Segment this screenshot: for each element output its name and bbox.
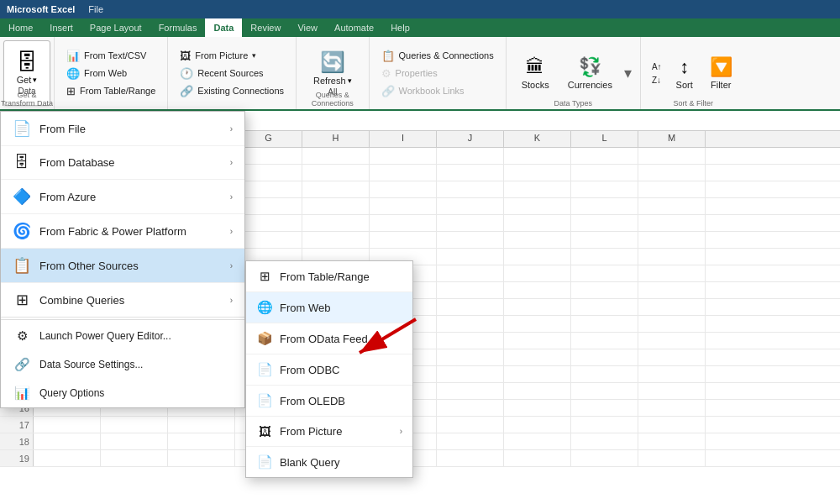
table-cell[interactable] xyxy=(638,400,706,416)
table-cell[interactable] xyxy=(638,148,706,164)
table-cell[interactable] xyxy=(437,232,504,248)
table-cell[interactable] xyxy=(437,299,504,315)
table-cell[interactable] xyxy=(571,383,638,399)
table-cell[interactable] xyxy=(571,265,638,281)
sub-from-odata[interactable]: 📦 From OData Feed xyxy=(246,323,412,354)
tab-insert[interactable]: Insert xyxy=(41,18,81,37)
tab-home[interactable]: Home xyxy=(0,18,41,37)
table-cell[interactable] xyxy=(638,366,706,382)
table-cell[interactable] xyxy=(437,433,504,449)
sub-from-web[interactable]: 🌐 From Web xyxy=(246,292,412,323)
table-cell[interactable] xyxy=(638,232,706,248)
table-cell[interactable] xyxy=(504,198,571,214)
table-cell[interactable] xyxy=(571,450,638,466)
table-cell[interactable] xyxy=(302,165,370,181)
tab-formulas[interactable]: Formulas xyxy=(150,18,206,37)
from-table-button[interactable]: ⊞ From Table/Range xyxy=(61,83,160,99)
table-cell[interactable] xyxy=(437,333,504,349)
table-cell[interactable] xyxy=(571,316,638,332)
table-cell[interactable] xyxy=(638,417,706,433)
table-cell[interactable] xyxy=(101,417,168,433)
menu-item-from-fabric[interactable]: 🌀 From Fabric & Power Platform › xyxy=(1,214,244,249)
table-cell[interactable] xyxy=(437,215,504,231)
table-cell[interactable] xyxy=(638,282,706,298)
table-cell[interactable] xyxy=(504,433,571,449)
table-cell[interactable] xyxy=(437,165,504,181)
table-cell[interactable] xyxy=(571,433,638,449)
filter-button[interactable]: 🔽 Filter xyxy=(703,53,739,93)
stocks-button[interactable]: 🏛 Stocks xyxy=(515,53,556,93)
table-cell[interactable] xyxy=(370,165,437,181)
workbook-links-button[interactable]: 🔗 Workbook Links xyxy=(376,83,499,99)
menu-item-data-source[interactable]: 🔗 Data Source Settings... xyxy=(1,350,244,379)
table-cell[interactable] xyxy=(437,282,504,298)
table-cell[interactable] xyxy=(437,198,504,214)
table-cell[interactable] xyxy=(370,181,437,197)
table-cell[interactable] xyxy=(504,282,571,298)
table-cell[interactable] xyxy=(571,232,638,248)
from-web-button[interactable]: 🌐 From Web xyxy=(61,66,160,81)
sort-button[interactable]: ↕ Sort xyxy=(669,53,700,93)
table-cell[interactable] xyxy=(638,450,706,466)
table-cell[interactable] xyxy=(370,148,437,164)
tab-view[interactable]: View xyxy=(289,18,326,37)
table-cell[interactable] xyxy=(571,165,638,181)
table-cell[interactable] xyxy=(638,215,706,231)
table-cell[interactable] xyxy=(34,450,101,466)
tab-automate[interactable]: Automate xyxy=(326,18,382,37)
table-cell[interactable] xyxy=(235,148,302,164)
table-cell[interactable] xyxy=(34,417,101,433)
tab-data[interactable]: Data xyxy=(205,18,242,37)
table-cell[interactable] xyxy=(168,450,235,466)
table-cell[interactable] xyxy=(437,316,504,332)
menu-item-query-options[interactable]: 📊 Query Options xyxy=(1,379,244,407)
table-cell[interactable] xyxy=(638,316,706,332)
table-cell[interactable] xyxy=(504,450,571,466)
table-cell[interactable] xyxy=(504,265,571,281)
table-cell[interactable] xyxy=(101,450,168,466)
table-cell[interactable] xyxy=(437,417,504,433)
menu-item-from-other[interactable]: 📋 From Other Sources › xyxy=(1,249,244,283)
sub-from-odbc[interactable]: 📄 From ODBC xyxy=(246,354,412,386)
tab-page-layout[interactable]: Page Layout xyxy=(81,18,150,37)
table-cell[interactable] xyxy=(302,215,370,231)
table-cell[interactable] xyxy=(571,417,638,433)
table-cell[interactable] xyxy=(638,383,706,399)
properties-button[interactable]: ⚙ Properties xyxy=(376,66,499,81)
table-cell[interactable] xyxy=(504,333,571,349)
table-cell[interactable] xyxy=(437,400,504,416)
table-cell[interactable] xyxy=(571,181,638,197)
table-cell[interactable] xyxy=(571,400,638,416)
table-cell[interactable] xyxy=(638,198,706,214)
table-cell[interactable] xyxy=(571,349,638,365)
tab-help[interactable]: Help xyxy=(382,18,418,37)
table-cell[interactable] xyxy=(235,198,302,214)
table-cell[interactable] xyxy=(370,232,437,248)
table-cell[interactable] xyxy=(437,265,504,281)
table-cell[interactable] xyxy=(437,383,504,399)
table-cell[interactable] xyxy=(235,181,302,197)
table-cell[interactable] xyxy=(302,232,370,248)
tab-review[interactable]: Review xyxy=(242,18,289,37)
convert-type-arrow[interactable]: ▾ xyxy=(624,64,632,82)
table-cell[interactable] xyxy=(571,198,638,214)
menu-item-from-file[interactable]: 📄 From File › xyxy=(1,112,244,146)
sort-az-button[interactable]: A↑ xyxy=(648,60,666,73)
table-cell[interactable] xyxy=(504,400,571,416)
table-cell[interactable] xyxy=(168,417,235,433)
table-cell[interactable] xyxy=(571,148,638,164)
sub-from-table[interactable]: ⊞ From Table/Range xyxy=(246,261,412,292)
table-cell[interactable] xyxy=(302,198,370,214)
table-cell[interactable] xyxy=(504,299,571,315)
table-cell[interactable] xyxy=(638,165,706,181)
table-cell[interactable] xyxy=(638,265,706,281)
recent-sources-button[interactable]: 🕐 Recent Sources xyxy=(175,66,289,81)
file-menu[interactable]: File xyxy=(88,4,103,14)
table-cell[interactable] xyxy=(437,366,504,382)
table-cell[interactable] xyxy=(504,316,571,332)
table-cell[interactable] xyxy=(504,148,571,164)
table-cell[interactable] xyxy=(101,433,168,449)
table-cell[interactable] xyxy=(571,215,638,231)
table-cell[interactable] xyxy=(34,433,101,449)
from-picture-button[interactable]: 🖼 From Picture ▾ xyxy=(175,48,289,64)
